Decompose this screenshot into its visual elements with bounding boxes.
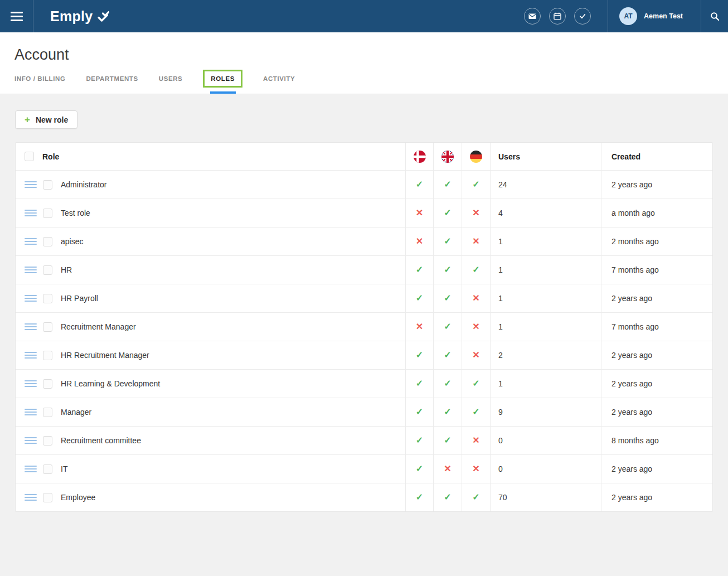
cross-icon: ✕ [472, 322, 479, 331]
new-role-button[interactable]: + New role [15, 110, 77, 129]
germany-flag-icon [469, 150, 483, 163]
check-icon: ✓ [444, 493, 451, 502]
table-row[interactable]: HR Recruitment Manager✓✓✕22 years ago [16, 341, 712, 369]
topbar: Emply [0, 0, 728, 32]
check-icon: ✓ [472, 493, 479, 502]
check-icon: ✓ [444, 379, 451, 388]
users-count: 9 [490, 398, 601, 426]
check-icon: ✓ [444, 436, 451, 445]
drag-handle-icon[interactable] [25, 267, 37, 273]
role-name: Employee [61, 493, 95, 502]
drag-handle-icon[interactable] [25, 409, 37, 415]
row-checkbox[interactable] [43, 464, 52, 474]
tab-activity[interactable]: ACTIVITY [263, 64, 295, 94]
check-icon: ✓ [444, 209, 451, 217]
table-row[interactable]: HR✓✓✓17 months ago [16, 255, 712, 284]
drag-handle-icon[interactable] [25, 466, 37, 472]
tab-departments[interactable]: DEPARTMENTS [86, 64, 138, 94]
danish-enabled-cell: ✕ [405, 199, 433, 227]
drag-handle-icon[interactable] [25, 295, 37, 302]
row-checkbox[interactable] [43, 351, 52, 360]
row-checkbox[interactable] [43, 322, 52, 332]
row-checkbox[interactable] [43, 436, 52, 446]
danish-enabled-cell: ✓ [405, 284, 433, 312]
row-checkbox[interactable] [43, 209, 52, 218]
drag-handle-icon[interactable] [25, 323, 37, 330]
page-head: Account INFO / BILLINGDEPARTMENTSUSERSRO… [0, 32, 728, 94]
row-checkbox[interactable] [43, 180, 52, 190]
drag-handle-icon[interactable] [25, 181, 37, 188]
emply-logo-text: Emply [50, 8, 93, 25]
check-icon: ✓ [416, 265, 423, 274]
german-enabled-cell: ✕ [462, 199, 490, 227]
table-row[interactable]: Test role✕✓✕4a month ago [16, 199, 712, 227]
role-cell: Administrator [16, 171, 405, 199]
created-at: 2 years ago [601, 171, 714, 199]
table-row[interactable]: Recruitment Manager✕✓✕17 months ago [16, 312, 712, 341]
drag-handle-icon[interactable] [25, 494, 37, 501]
calendar-button[interactable] [549, 8, 566, 25]
check-icon: ✓ [472, 265, 479, 274]
select-all-checkbox[interactable] [25, 152, 34, 161]
drag-handle-icon[interactable] [25, 380, 37, 387]
german-enabled-cell: ✕ [462, 228, 490, 255]
row-checkbox[interactable] [43, 493, 52, 502]
cross-icon: ✕ [472, 436, 479, 445]
check-circle-icon [579, 12, 586, 20]
table-row[interactable]: HR Learning & Development✓✓✓12 years ago [16, 369, 712, 398]
check-icon: ✓ [444, 237, 451, 246]
cross-icon: ✕ [472, 237, 479, 246]
table-row[interactable]: Recruitment committee✓✓✕08 months ago [16, 426, 712, 454]
table-row[interactable]: apisec✕✓✕12 months ago [16, 227, 712, 255]
english-enabled-cell: ✓ [433, 256, 462, 284]
user-menu[interactable]: AT Aemen Test [608, 0, 701, 32]
roles-table: Role [15, 142, 713, 512]
check-icon: ✓ [444, 351, 451, 360]
table-header-row: Role [16, 143, 712, 170]
tab-label: INFO / BILLING [14, 75, 65, 82]
users-count: 1 [490, 370, 601, 398]
table-row[interactable]: Manager✓✓✓92 years ago [16, 398, 712, 426]
role-cell: Recruitment committee [16, 427, 405, 454]
drag-handle-icon[interactable] [25, 352, 37, 359]
cross-icon: ✕ [472, 294, 479, 303]
german-enabled-cell: ✓ [462, 398, 490, 426]
drag-handle-icon[interactable] [25, 437, 37, 444]
row-checkbox[interactable] [43, 379, 52, 389]
drag-handle-icon[interactable] [25, 238, 37, 245]
table-row[interactable]: HR Payroll✓✓✕12 years ago [16, 284, 712, 312]
menu-icon[interactable] [0, 0, 33, 32]
table-row[interactable]: IT✓✕✕02 years ago [16, 454, 712, 483]
created-at: 2 years ago [601, 341, 714, 369]
role-name: IT [61, 464, 67, 473]
check-icon: ✓ [472, 180, 479, 189]
english-enabled-cell: ✓ [433, 199, 462, 227]
drag-handle-icon[interactable] [25, 210, 37, 216]
role-cell: Test role [16, 199, 405, 227]
german-enabled-cell: ✕ [462, 313, 490, 341]
messages-button[interactable] [524, 8, 541, 25]
row-checkbox[interactable] [43, 237, 52, 246]
table-row[interactable]: Administrator✓✓✓242 years ago [16, 170, 712, 199]
cross-icon: ✕ [416, 209, 423, 217]
tab-info-billing[interactable]: INFO / BILLING [14, 64, 65, 94]
users-count: 24 [490, 171, 601, 199]
denmark-flag-icon [413, 150, 426, 163]
search-button[interactable] [701, 0, 728, 32]
table-row[interactable]: Employee✓✓✓702 years ago [16, 483, 712, 511]
tab-label: USERS [159, 75, 183, 82]
tab-roles[interactable]: ROLES [203, 64, 242, 94]
danish-enabled-cell: ✓ [405, 256, 433, 284]
row-checkbox[interactable] [43, 408, 52, 417]
role-cell: IT [16, 455, 405, 483]
users-column-header: Users [490, 143, 601, 170]
role-cell: HR Learning & Development [16, 370, 405, 398]
tasks-button[interactable] [574, 8, 591, 25]
check-icon: ✓ [472, 379, 479, 388]
new-role-label: New role [36, 115, 68, 124]
row-checkbox[interactable] [43, 265, 52, 275]
tab-users[interactable]: USERS [159, 64, 183, 94]
emply-logo[interactable]: Emply [50, 0, 109, 32]
united-kingdom-flag-column [433, 143, 462, 170]
row-checkbox[interactable] [43, 294, 52, 303]
